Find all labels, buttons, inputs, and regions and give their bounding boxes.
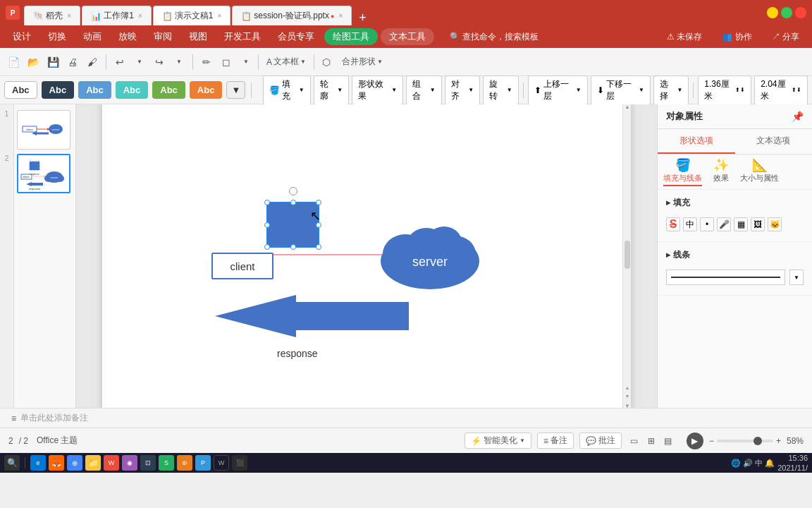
menu-developer[interactable]: 开发工具: [217, 28, 268, 46]
taskbar-search[interactable]: 🔍: [4, 455, 20, 471]
line-style-dropdown[interactable]: ▼: [789, 270, 804, 285]
tab-ppt1-close[interactable]: ×: [217, 12, 221, 20]
tab-session[interactable]: 📋 session-验证码.pptx ● ×: [232, 6, 352, 25]
menu-view[interactable]: 视图: [182, 28, 214, 46]
menu-design[interactable]: 设计: [6, 28, 38, 46]
zoom-slider[interactable]: [717, 440, 773, 442]
comments-button[interactable]: 💬 批注: [579, 433, 622, 449]
volume-icon[interactable]: 🔊: [743, 459, 753, 468]
align-button[interactable]: 对齐 ▼: [445, 75, 481, 105]
menu-unsaved[interactable]: ⚠ 未保存: [660, 28, 709, 46]
outline-button[interactable]: 轮廓 ▼: [314, 75, 350, 105]
fill-dot-icon[interactable]: •: [700, 217, 714, 231]
selected-shape[interactable]: [266, 202, 319, 248]
tab-text-options[interactable]: 文本选项: [735, 129, 813, 154]
menu-share[interactable]: ↗ 分享: [765, 28, 806, 46]
smart-beautify-button[interactable]: ⚡ 智能美化 ▼: [465, 433, 531, 449]
shape-style-3[interactable]: Abc: [78, 81, 111, 99]
network-icon[interactable]: 🌐: [731, 459, 741, 468]
tab-ppt1[interactable]: 📋 演示文稿1 ×: [153, 6, 231, 25]
fill-strike-icon[interactable]: S: [666, 217, 680, 231]
zoom-out-button[interactable]: −: [709, 436, 714, 446]
tab-daoke[interactable]: 🐚 稻壳 ×: [24, 6, 80, 25]
canvas-area[interactable]: client request: [76, 104, 657, 408]
handle-bc[interactable]: [290, 244, 296, 250]
move-down-button[interactable]: ⬇ 下移一层 ▼: [591, 75, 651, 105]
handle-ml[interactable]: [264, 222, 270, 228]
new-button[interactable]: 📄: [4, 53, 23, 71]
slide-thumb-1[interactable]: client server: [17, 110, 70, 150]
group-button[interactable]: 组合 ▼: [406, 75, 442, 105]
line-preview[interactable]: [666, 270, 785, 285]
taskbar-terminal[interactable]: ⬛: [232, 455, 247, 471]
handle-bl[interactable]: [264, 244, 270, 250]
format-brush[interactable]: 🖌: [83, 53, 102, 71]
taskbar-edge[interactable]: e: [30, 455, 46, 471]
menu-search[interactable]: 🔍 查找命令，搜索模板: [443, 28, 546, 46]
taskbar-app3[interactable]: S: [159, 455, 174, 471]
menu-transition[interactable]: 切换: [41, 28, 73, 46]
slide-view[interactable]: ▤: [661, 434, 675, 448]
move-up-button[interactable]: ⬆ 上移一层 ▼: [528, 75, 588, 105]
pin-icon[interactable]: 📌: [792, 111, 804, 122]
handle-mr[interactable]: [316, 222, 321, 228]
height-input[interactable]: 2.04厘米 ⬆⬇: [754, 75, 808, 105]
fill-more-icon[interactable]: 🐱: [768, 217, 782, 231]
select-button[interactable]: 选择 ▼: [653, 75, 689, 105]
rotate-handle[interactable]: [289, 187, 297, 195]
menu-collaborate[interactable]: 👥 协作: [715, 28, 758, 46]
notes-button[interactable]: ≡ 备注: [537, 433, 574, 449]
add-tab-button[interactable]: +: [353, 11, 372, 25]
taskbar-app2[interactable]: ⊡: [140, 455, 156, 471]
handle-tc[interactable]: [290, 200, 296, 205]
close-button[interactable]: [795, 7, 806, 18]
handle-tr[interactable]: [316, 200, 321, 205]
scroll-down-arrow[interactable]: ▼: [623, 400, 632, 408]
fill-button[interactable]: 🪣 填充 ▼: [263, 75, 310, 105]
undo-button[interactable]: ↩: [111, 53, 129, 71]
open-button[interactable]: 📂: [24, 53, 42, 71]
tab-workbook[interactable]: 📊 工作簿1 ×: [82, 6, 152, 25]
tab-daoke-close[interactable]: ×: [67, 12, 71, 20]
fill-line-tab[interactable]: 🪣 填充与线条: [663, 157, 702, 186]
print-button[interactable]: 🖨: [63, 53, 82, 71]
play-button[interactable]: ▶: [687, 433, 703, 449]
redo-button[interactable]: ↪: [150, 53, 168, 71]
shape-style-1[interactable]: Abc: [4, 81, 37, 99]
tab-shape-options[interactable]: 形状选项: [658, 129, 735, 154]
taskbar-chrome[interactable]: ⊕: [67, 455, 82, 471]
merge-shapes-dropdown[interactable]: 合并形状 ▼: [337, 54, 388, 70]
fill-chinese-mid-icon[interactable]: 中: [683, 217, 697, 231]
edit-shape[interactable]: ◻: [217, 53, 235, 71]
edit-shape-dropdown[interactable]: ▼: [237, 53, 255, 71]
shape-style-4[interactable]: Abc: [116, 81, 149, 99]
size-tab[interactable]: 📐 大小与属性: [740, 157, 779, 186]
handle-tl[interactable]: [264, 200, 270, 205]
pen-tool[interactable]: ✏: [197, 53, 216, 71]
minimize-button[interactable]: [767, 7, 778, 18]
clock[interactable]: 15:36 2021/11/: [777, 453, 808, 473]
taskbar-wps-w[interactable]: W: [104, 455, 119, 471]
taskbar-app6[interactable]: W: [214, 455, 229, 471]
normal-view[interactable]: ▭: [627, 434, 641, 448]
width-input[interactable]: 1.36厘米 ⬆⬇: [698, 75, 751, 105]
menu-animation[interactable]: 动画: [76, 28, 109, 46]
fill-table-icon[interactable]: ▦: [734, 217, 748, 231]
textbox-dropdown[interactable]: A 文本框 ▼: [262, 54, 311, 70]
maximize-button[interactable]: [781, 7, 792, 18]
shape-style-more[interactable]: ▼: [226, 81, 245, 99]
scroll-thumb[interactable]: [625, 241, 630, 269]
shape-style-5[interactable]: Abc: [152, 81, 185, 99]
redo-dropdown[interactable]: ▼: [170, 53, 188, 71]
scroll-up-arrow[interactable]: ▲: [623, 104, 632, 112]
scroll-top-btn[interactable]: ▲: [623, 383, 632, 392]
notes-placeholder[interactable]: 单击此处添加备注: [20, 412, 88, 424]
save-button[interactable]: 💾: [44, 53, 62, 71]
shape-effect-button[interactable]: 形状效果 ▼: [352, 75, 403, 105]
tab-workbook-close[interactable]: ×: [138, 12, 142, 20]
undo-dropdown[interactable]: ▼: [130, 53, 149, 71]
menu-review[interactable]: 审阅: [147, 28, 179, 46]
scroll-bottom-btn[interactable]: ▼: [623, 392, 632, 400]
taskbar-app4[interactable]: ⊛: [177, 455, 192, 471]
menu-text-tool[interactable]: 文本工具: [381, 28, 434, 45]
